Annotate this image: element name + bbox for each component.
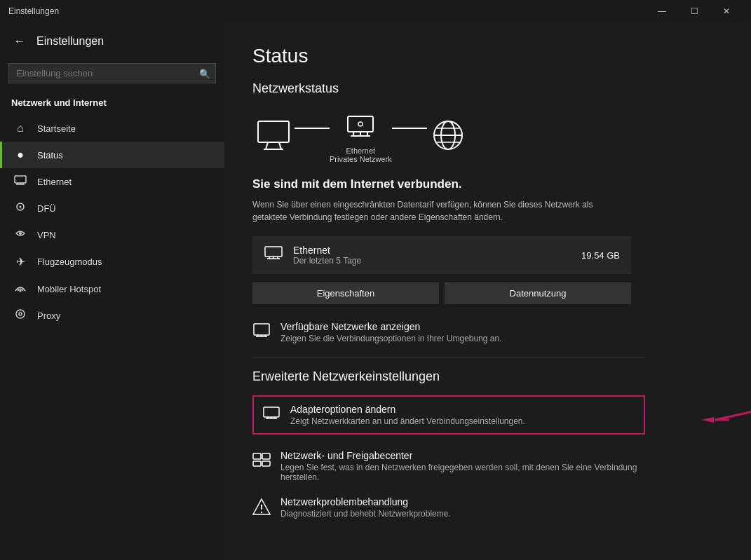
vpn-icon: [13, 228, 27, 241]
flight-icon: ✈: [13, 255, 27, 268]
sidebar-item-dfu[interactable]: DFÜ: [0, 195, 224, 221]
available-networks-text: Verfügbare Netzwerke anzeigen Zeigen Sie…: [280, 321, 502, 343]
svg-rect-31: [254, 324, 269, 335]
problem-text: Netzwerkproblembehandlung Diagnostiziert…: [280, 496, 451, 519]
status-icon: ●: [13, 149, 27, 161]
ethernet-card-sub: Der letzten 5 Tage: [293, 256, 571, 266]
network-status-heading: Netzwerkstatus: [252, 81, 723, 96]
minimize-button[interactable]: —: [646, 0, 678, 22]
freigabe-icon: [252, 451, 271, 471]
net-line-2: [392, 128, 427, 129]
adapter-text: Adapteroptionen ändern Zeigt Netzwerkkar…: [290, 404, 525, 426]
svg-rect-0: [15, 176, 26, 183]
home-icon: ⌂: [13, 122, 27, 135]
available-networks-title: Verfügbare Netzwerke anzeigen: [280, 321, 502, 332]
content-area: Status Netzwerkstatus: [224, 22, 751, 560]
sidebar-item-label-startseite: Startseite: [37, 123, 76, 134]
page-title: Status: [252, 45, 723, 67]
sidebar-item-startseite[interactable]: ⌂ Startseite: [0, 115, 224, 142]
svg-rect-37: [264, 407, 279, 417]
sidebar-item-label-status: Status: [37, 150, 63, 161]
ethernet-card: Ethernet Der letzten 5 Tage 19.54 GB: [252, 236, 631, 274]
sidebar-item-vpn[interactable]: VPN: [0, 221, 224, 248]
available-networks-desc: Zeigen Sie die Verbindungsoptionen in Ih…: [280, 334, 502, 343]
app-body: ← Einstellungen 🔍 Netzwerk und Internet …: [0, 22, 751, 560]
close-button[interactable]: ✕: [710, 0, 743, 22]
freigabe-item[interactable]: Netzwerk- und Freigabecenter Legen Sie f…: [252, 450, 645, 482]
sidebar-item-label-dfu: DFÜ: [37, 203, 56, 214]
sidebar: ← Einstellungen 🔍 Netzwerk und Internet …: [0, 22, 224, 560]
svg-rect-26: [265, 247, 282, 257]
button-row: Eigenschaften Datennutzung: [252, 282, 631, 304]
svg-point-20: [358, 122, 363, 126]
titlebar: Einstellungen — ☐ ✕: [0, 0, 751, 22]
svg-rect-43: [253, 453, 261, 459]
svg-rect-44: [262, 453, 270, 459]
svg-rect-15: [348, 116, 373, 132]
adapter-title: Adapteroptionen ändern: [290, 404, 525, 415]
sidebar-app-title: Einstellungen: [36, 35, 104, 48]
router-icon: [339, 107, 381, 142]
available-networks-icon: [252, 322, 271, 342]
sidebar-item-ethernet[interactable]: Ethernet: [0, 168, 224, 195]
maximize-button[interactable]: ☐: [678, 0, 710, 22]
sidebar-item-hotspot[interactable]: Mobiler Hotspot: [0, 275, 224, 302]
svg-marker-42: [701, 417, 714, 423]
back-button[interactable]: ←: [11, 32, 28, 50]
titlebar-left: Einstellungen: [8, 6, 59, 16]
svg-rect-46: [262, 461, 270, 466]
search-box: 🔍: [8, 63, 216, 83]
section-divider: [252, 357, 645, 358]
connected-text: Sie sind mit dem Internet verbunden.: [252, 177, 723, 191]
sidebar-header: ← Einstellungen: [0, 22, 224, 60]
sidebar-item-label-flugzeug: Flugzeugmodus: [37, 257, 102, 267]
computer-icon: [252, 118, 295, 153]
ethernet-nav-icon: [13, 175, 27, 188]
freigabe-text: Netzwerk- und Freigabecenter Legen Sie f…: [280, 450, 645, 482]
hotspot-icon: [13, 282, 27, 295]
annotation-arrow: [659, 399, 751, 441]
ethernet-card-name: Ethernet: [293, 245, 571, 256]
ethernet-diagram-label: Ethernet Privates Netzwerk: [330, 146, 392, 163]
svg-rect-45: [253, 461, 261, 466]
sidebar-item-label-vpn: VPN: [37, 230, 56, 240]
search-input[interactable]: [8, 63, 216, 83]
sidebar-section-label: Netzwerk und Internet: [0, 92, 224, 115]
available-networks-item[interactable]: Verfügbare Netzwerke anzeigen Zeigen Sie…: [252, 321, 645, 343]
eigenschaften-button[interactable]: Eigenschaften: [252, 282, 439, 304]
adapter-item[interactable]: Adapteroptionen ändern Zeigt Netzwerkkar…: [252, 395, 645, 435]
sidebar-item-status[interactable]: ● Status: [0, 142, 224, 168]
problem-icon: [252, 498, 271, 520]
proxy-icon: [13, 309, 27, 322]
titlebar-controls: — ☐ ✕: [646, 0, 743, 22]
search-icon: 🔍: [199, 68, 210, 78]
router-icon-block: Ethernet Privates Netzwerk: [330, 107, 392, 163]
computer-icon-block: [252, 118, 295, 153]
problem-desc: Diagnostiziert und behebt Netzwerkproble…: [280, 509, 451, 519]
svg-point-8: [20, 290, 22, 292]
titlebar-title: Einstellungen: [8, 6, 59, 16]
net-line-1: [295, 128, 330, 129]
sidebar-item-flugzeug[interactable]: ✈ Flugzeugmodus: [0, 248, 224, 275]
adapter-desc: Zeigt Netzwerkkarten an und ändert Verbi…: [290, 416, 525, 426]
sidebar-item-label-hotspot: Mobiler Hotspot: [37, 284, 101, 294]
adapter-icon: [262, 405, 280, 425]
globe-icon: [427, 118, 469, 153]
problem-title: Netzwerkproblembehandlung: [280, 496, 451, 507]
svg-point-49: [261, 512, 262, 513]
svg-point-9: [16, 310, 25, 318]
connected-desc: Wenn Sie über einen eingeschränkten Date…: [252, 198, 617, 224]
datennutzung-button[interactable]: Datennutzung: [445, 282, 631, 304]
freigabe-title: Netzwerk- und Freigabecenter: [280, 450, 645, 461]
ethernet-card-size: 19.54 GB: [581, 250, 620, 261]
advanced-heading: Erweiterte Netzwerkeinstellungen: [252, 369, 723, 384]
problem-item[interactable]: Netzwerkproblembehandlung Diagnostiziert…: [252, 496, 645, 520]
svg-point-10: [19, 313, 22, 315]
sidebar-item-label-proxy: Proxy: [37, 310, 60, 321]
svg-line-13: [279, 142, 281, 149]
svg-point-6: [20, 206, 22, 208]
ethernet-card-icon: [264, 245, 283, 265]
svg-point-7: [19, 232, 22, 235]
svg-rect-11: [258, 121, 289, 142]
sidebar-item-proxy[interactable]: Proxy: [0, 302, 224, 329]
